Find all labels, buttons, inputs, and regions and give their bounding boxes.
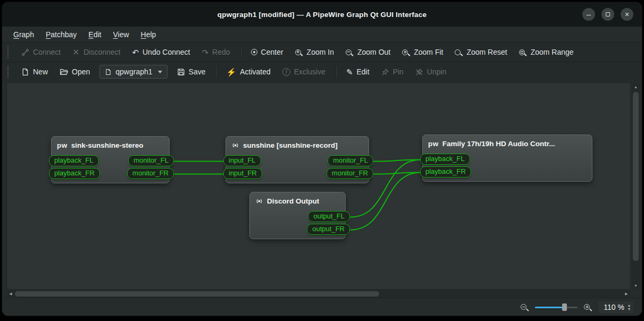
zoom-spin-down-button[interactable]: ▾ bbox=[628, 307, 630, 311]
zoom-range-button[interactable]: Zoom Range bbox=[514, 45, 579, 59]
zoom-out-button[interactable]: − Zoom Out bbox=[340, 45, 396, 59]
new-button[interactable]: New bbox=[16, 65, 53, 79]
menubar: Graph Patchbay Edit View Help bbox=[2, 27, 642, 42]
edit-button[interactable]: ✎ Edit bbox=[341, 65, 375, 79]
zoom-fit-label: Zoom Fit bbox=[414, 48, 443, 56]
menu-graph[interactable]: Graph bbox=[9, 29, 39, 40]
vertical-scrollbar-track[interactable] bbox=[632, 91, 640, 281]
unpin-icon bbox=[415, 68, 423, 76]
pin-label: Pin bbox=[393, 67, 404, 76]
port-sink-sunshine-stereo-playback_FR[interactable]: playback_FR bbox=[49, 168, 100, 179]
disconnect-icon bbox=[72, 48, 80, 56]
exclusive-icon: f bbox=[282, 68, 290, 76]
save-button[interactable]: Save bbox=[172, 65, 211, 79]
horizontal-scrollbar[interactable]: ◀ ▶ bbox=[6, 290, 631, 298]
exclusive-button[interactable]: f Exclusive bbox=[277, 65, 331, 79]
disconnect-button[interactable]: Disconnect bbox=[67, 45, 126, 59]
zoom-in-label: Zoom In bbox=[307, 48, 334, 56]
close-icon: × bbox=[625, 11, 629, 18]
menu-patchbay[interactable]: Patchbay bbox=[41, 29, 81, 40]
node-title: Discord Output bbox=[267, 197, 319, 205]
undo-connect-button[interactable]: ↶ Undo Connect bbox=[127, 45, 195, 59]
exclusive-label: Exclusive bbox=[294, 67, 325, 76]
zoom-spinbox[interactable]: 110 % ▴ ▾ bbox=[598, 301, 633, 313]
port-discord-output-output_FL[interactable]: output_FL bbox=[308, 211, 350, 222]
toolbar-drag-handle[interactable] bbox=[7, 66, 9, 78]
chevron-down-icon bbox=[158, 71, 162, 73]
zoom-in-button[interactable]: + Zoom In bbox=[290, 45, 339, 59]
node-title: sink-sunshine-stereo bbox=[71, 141, 144, 149]
activated-button[interactable]: ⚡ Activated bbox=[221, 65, 275, 79]
minimize-icon: – bbox=[587, 11, 591, 18]
graph-canvas[interactable]: pwsink-sunshine-stereoplayback_FLplaybac… bbox=[6, 82, 631, 290]
titlebar[interactable]: qpwgraph1 [modified] — A PipeWire Graph … bbox=[2, 2, 642, 27]
open-button[interactable]: Open bbox=[54, 65, 95, 79]
scroll-right-arrow[interactable]: ▶ bbox=[622, 290, 631, 298]
pipewire-icon: pw bbox=[57, 141, 68, 149]
vertical-scrollbar-thumb[interactable] bbox=[633, 92, 639, 261]
window-title: qpwgraph1 [modified] — A PipeWire Graph … bbox=[218, 11, 426, 19]
close-button[interactable]: × bbox=[621, 8, 633, 21]
record-icon bbox=[231, 141, 239, 149]
port-sunshine-input_FR[interactable]: input_FR bbox=[223, 168, 262, 179]
unpin-button[interactable]: Unpin bbox=[410, 65, 452, 79]
patchbay-toolbar: New Open qpwgraph1 Save ⚡ Activated bbox=[2, 62, 642, 81]
graph-toolbar: Connect Disconnect ↶ Undo Connect ↷ Redo… bbox=[2, 42, 642, 62]
port-sunshine-monitor_FR[interactable]: monitor_FR bbox=[327, 168, 373, 179]
menu-view[interactable]: View bbox=[108, 29, 133, 40]
menu-edit[interactable]: Edit bbox=[83, 29, 106, 40]
zoom-range-label: Zoom Range bbox=[531, 48, 574, 56]
graph-node-family-audio[interactable]: pwFamily 17h/19h HD Audio Contr...playba… bbox=[422, 134, 592, 182]
toolbar-drag-handle[interactable] bbox=[7, 46, 9, 58]
pin-button[interactable]: Pin bbox=[376, 65, 409, 79]
port-sunshine-monitor_FL[interactable]: monitor_FL bbox=[328, 155, 373, 166]
save-label: Save bbox=[189, 67, 206, 76]
pipewire-icon: pw bbox=[428, 140, 439, 148]
open-label: Open bbox=[72, 67, 90, 76]
zoom-reset-label: Zoom Reset bbox=[466, 48, 507, 56]
scroll-up-arrow[interactable]: ▲ bbox=[632, 82, 640, 91]
port-sink-sunshine-stereo-playback_FL[interactable]: playback_FL bbox=[49, 155, 99, 166]
menu-help[interactable]: Help bbox=[136, 29, 161, 40]
patchbay-selector[interactable]: qpwgraph1 bbox=[99, 65, 167, 79]
horizontal-scrollbar-thumb[interactable] bbox=[15, 291, 379, 297]
maximize-button[interactable] bbox=[601, 8, 614, 21]
minimize-button[interactable]: – bbox=[582, 8, 595, 21]
zoom-slider[interactable] bbox=[535, 303, 578, 311]
statusbar: − + 110 % ▴ ▾ bbox=[2, 298, 642, 316]
scroll-left-arrow[interactable]: ◀ bbox=[6, 290, 15, 298]
graph-node-sink-sunshine-stereo[interactable]: pwsink-sunshine-stereoplayback_FLplaybac… bbox=[51, 136, 170, 183]
open-folder-icon bbox=[60, 67, 68, 76]
port-discord-output-output_FR[interactable]: output_FR bbox=[307, 224, 350, 235]
redo-button[interactable]: ↷ Redo bbox=[197, 45, 236, 59]
horizontal-scrollbar-track[interactable] bbox=[15, 290, 622, 298]
port-sink-sunshine-stereo-monitor_FR[interactable]: monitor_FR bbox=[127, 168, 174, 179]
record-icon bbox=[255, 197, 263, 205]
port-sink-sunshine-stereo-monitor_FL[interactable]: monitor_FL bbox=[128, 155, 174, 166]
port-family-audio-playback_FL[interactable]: playback_FL bbox=[420, 154, 470, 165]
zoom-slider-fill bbox=[535, 307, 565, 308]
scroll-down-arrow[interactable]: ▼ bbox=[632, 281, 640, 290]
center-button[interactable]: Center bbox=[246, 45, 289, 59]
vertical-scrollbar[interactable]: ▲ ▼ bbox=[632, 82, 640, 290]
center-label: Center bbox=[261, 48, 283, 56]
status-zoom-in-icon[interactable]: + bbox=[584, 304, 590, 310]
new-file-icon bbox=[21, 68, 29, 76]
undo-connect-label: Undo Connect bbox=[143, 48, 190, 56]
patchbay-selector-value: qpwgraph1 bbox=[115, 67, 152, 76]
zoom-range-icon bbox=[519, 49, 525, 55]
zoom-slider-handle[interactable] bbox=[562, 303, 567, 311]
zoom-reset-button[interactable]: Zoom Reset bbox=[449, 45, 512, 59]
port-sunshine-input_FL[interactable]: input_FL bbox=[223, 155, 261, 166]
toolbar-separator bbox=[336, 66, 336, 78]
node-title: Family 17h/19h HD Audio Contr... bbox=[442, 140, 555, 148]
graph-node-sunshine[interactable]: sunshine [sunshine-record]input_FLinput_… bbox=[225, 136, 369, 183]
graph-node-discord-output[interactable]: Discord Outputoutput_FLoutput_FR bbox=[249, 192, 346, 239]
status-zoom-out-icon[interactable]: − bbox=[521, 304, 526, 310]
port-family-audio-playback_FR[interactable]: playback_FR bbox=[420, 166, 471, 178]
connect-label: Connect bbox=[33, 48, 61, 56]
zoom-fit-button[interactable]: Zoom Fit bbox=[397, 45, 448, 59]
connect-icon bbox=[21, 48, 29, 56]
new-label: New bbox=[33, 67, 48, 76]
connect-button[interactable]: Connect bbox=[16, 45, 66, 59]
